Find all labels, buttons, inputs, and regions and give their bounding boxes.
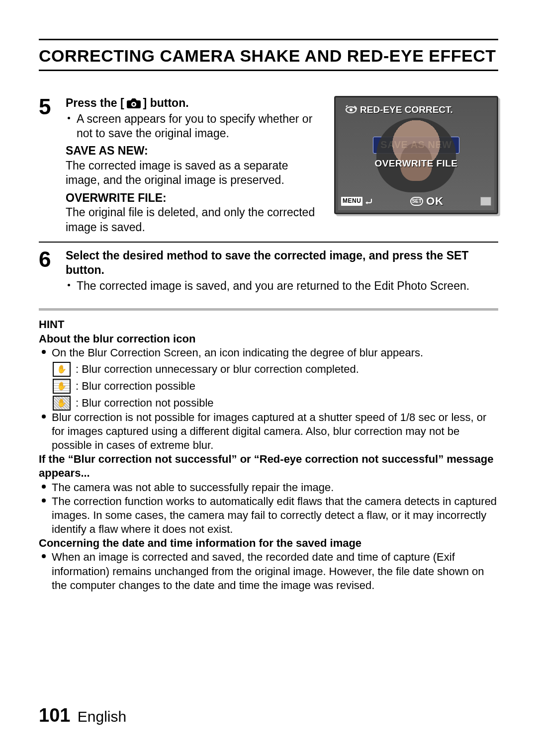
svg-point-2 xyxy=(132,103,135,105)
blur-icon-not-possible: ✋ xyxy=(53,396,71,411)
step-5-text: Press the [ ] button. A screen appears f… xyxy=(66,96,324,235)
step-5: 5 Press the [ ] button. xyxy=(39,90,498,242)
portrait-graphic xyxy=(376,118,456,192)
blur-icon-possible: ✋ xyxy=(53,379,71,394)
step-5-heading: Press the [ ] button. xyxy=(66,96,324,110)
page-number: 101 xyxy=(39,705,70,726)
return-icon xyxy=(364,198,373,205)
page-footer: 101 English xyxy=(39,705,126,726)
lcd-menu-chip: MENU xyxy=(341,197,373,205)
hint-sub-2: If the “Blur correction not successful” … xyxy=(39,452,498,480)
blur-icon-row-1: ✋ : Blur correction unnecessary or blur … xyxy=(53,362,498,377)
step-5-head-post: ] button. xyxy=(143,96,189,110)
lcd-illustration: RED-EYE CORRECT. SAVE AS NEW OVERWRITE F… xyxy=(334,96,498,235)
step-5-number: 5 xyxy=(39,96,57,118)
hint-block: HINT About the blur correction icon On t… xyxy=(39,318,498,592)
hint-rule xyxy=(39,308,498,311)
overwrite-head: OVERWRITE FILE: xyxy=(66,191,324,205)
hint-bullet-4: The correction function works to automat… xyxy=(41,495,498,536)
blur-icon-2-desc: : Blur correction possible xyxy=(76,379,195,393)
svg-point-4 xyxy=(350,108,353,111)
blur-icon-1-desc: : Blur correction unnecessary or blur co… xyxy=(76,362,359,376)
hint-sub-3: Concerning the date and time information… xyxy=(39,536,498,550)
lcd-gray-chip xyxy=(480,197,491,206)
lcd-option-overwrite: OVERWRITE FILE xyxy=(343,158,489,169)
red-eye-icon xyxy=(345,105,357,114)
lcd-ok-text: OK xyxy=(426,194,444,208)
save-as-new-head: SAVE AS NEW: xyxy=(66,144,324,158)
hint-bullet-2: Blur correction is not possible for imag… xyxy=(41,411,498,452)
lcd-title-row: RED-EYE CORRECT. xyxy=(343,104,489,116)
lcd-set-oval: SET xyxy=(410,197,423,206)
save-as-new-body: The corrected image is saved as a separa… xyxy=(66,159,324,188)
blur-icon-row-2: ✋ : Blur correction possible xyxy=(53,379,498,394)
step-6-bullet: The corrected image is saved, and you ar… xyxy=(66,279,498,293)
top-rule xyxy=(39,39,498,40)
lcd-menu-label: MENU xyxy=(341,197,362,205)
hint-bullet-1: On the Blur Correction Screen, an icon i… xyxy=(41,346,498,360)
blur-icon-3-desc: : Blur correction not possible xyxy=(76,396,214,410)
step-6-heading: Select the desired method to save the co… xyxy=(66,249,498,278)
overwrite-body: The original file is deleted, and only t… xyxy=(66,205,324,235)
step-5-bullet: A screen appears for you to specify whet… xyxy=(66,112,324,141)
camera-icon xyxy=(126,98,141,109)
title-underline xyxy=(39,70,498,71)
hint-bullet-5: When an image is corrected and saved, th… xyxy=(41,550,498,592)
step-6: 6 Select the desired method to save the … xyxy=(39,243,498,300)
page-title: CORRECTING CAMERA SHAKE AND RED-EYE EFFE… xyxy=(39,46,498,66)
blur-icon-none: ✋ xyxy=(53,362,71,377)
step-6-number: 6 xyxy=(39,249,57,270)
page-language: English xyxy=(78,708,126,725)
steps-block: 5 Press the [ ] button. xyxy=(39,90,498,300)
hint-sub-1: About the blur correction icon xyxy=(39,332,498,346)
hint-bullet-3: The camera was not able to successfully … xyxy=(41,481,498,495)
lcd-title: RED-EYE CORRECT. xyxy=(360,104,453,116)
lcd-ok-chip: SET OK xyxy=(410,194,444,208)
hint-title: HINT xyxy=(39,318,498,332)
blur-icon-row-3: ✋ : Blur correction not possible xyxy=(53,396,498,411)
step-5-head-pre: Press the [ xyxy=(66,96,124,110)
